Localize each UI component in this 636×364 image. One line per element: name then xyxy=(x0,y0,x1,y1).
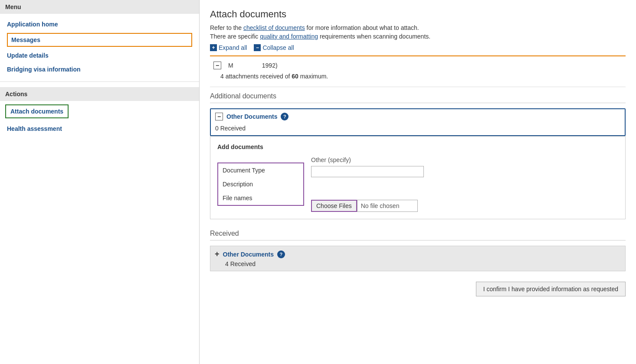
received-count: 4 Received xyxy=(215,260,621,267)
sidebar-item-messages-wrapper: Messages xyxy=(0,31,199,49)
add-docs-form: Add documents Document Type Description … xyxy=(210,136,626,219)
sidebar-item-bridging-visa[interactable]: Bridging visa information xyxy=(0,62,199,76)
sidebar-item-health-assessment[interactable]: Health assessment xyxy=(0,122,199,136)
person-collapse-button[interactable]: − xyxy=(213,62,221,69)
form-labels-col: Document Type Description File names xyxy=(217,162,304,206)
other-docs-title: Other Documents xyxy=(226,113,277,120)
sidebar-item-attach-documents[interactable]: Attach documents xyxy=(5,104,69,118)
attachments-count: 4 attachments received of 60 maximum. xyxy=(210,73,626,80)
person-row: − M 1992) xyxy=(210,60,626,71)
confirm-button[interactable]: I confirm I have provided information as… xyxy=(476,282,626,296)
choose-files-button[interactable]: Choose Files xyxy=(311,200,357,212)
other-docs-wrapper: ➡ − Other Documents ? 0 Received Add doc… xyxy=(210,108,626,219)
other-specify-group: Other (specify) xyxy=(311,156,618,177)
doc-type-label: Document Type xyxy=(223,167,299,174)
bottom-bar: I confirm I have provided information as… xyxy=(210,282,626,305)
quality-formatting-link[interactable]: quality and formatting xyxy=(260,33,318,40)
expand-icon: + xyxy=(210,44,217,51)
other-docs-row: − Other Documents ? 0 Received xyxy=(210,108,626,136)
other-docs-header: − Other Documents ? xyxy=(211,109,625,124)
add-docs-title: Add documents xyxy=(217,143,618,150)
other-docs-collapse-button[interactable]: − xyxy=(215,113,223,120)
no-file-label: No file chosen xyxy=(357,200,418,212)
form-fields-col: Other (specify) Choose Files No file cho… xyxy=(311,156,618,212)
received-doc-header: + Other Documents ? xyxy=(215,250,621,259)
sidebar-menu-header: Menu xyxy=(0,0,199,14)
sidebar-item-application-home[interactable]: Application home xyxy=(0,17,199,31)
intro-line2: There are specific quality and formattin… xyxy=(210,33,626,40)
collapse-all-link[interactable]: − Collapse all xyxy=(254,44,294,51)
additional-docs-header: Additional documents xyxy=(210,92,626,103)
expand-collapse-bar: + Expand all − Collapse all xyxy=(210,44,626,51)
person-section: − M 1992) 4 attachments received of 60 m… xyxy=(210,55,626,80)
sidebar-actions-header: Actions xyxy=(0,87,199,101)
sidebar: Menu Application home Messages Update de… xyxy=(0,0,200,364)
file-names-label: File names xyxy=(223,195,299,202)
other-docs-help-icon[interactable]: ? xyxy=(281,113,288,120)
received-section: Received + Other Documents ? 4 Received xyxy=(210,230,626,271)
person-name: M 1992) xyxy=(228,62,278,69)
received-doc-title: Other Documents xyxy=(223,251,274,258)
received-header: Received xyxy=(210,230,626,240)
sidebar-item-update-details[interactable]: Update details xyxy=(0,49,199,62)
other-specify-input[interactable] xyxy=(311,166,424,177)
sidebar-item-messages[interactable]: Messages xyxy=(7,33,192,47)
description-label: Description xyxy=(223,181,299,188)
file-input-wrapper: Choose Files No file chosen xyxy=(311,200,618,212)
received-help-icon[interactable]: ? xyxy=(277,250,285,258)
received-doc-row: + Other Documents ? 4 Received xyxy=(210,246,626,271)
additional-docs-section: Additional documents ➡ − Other Documents… xyxy=(210,92,626,219)
page-title: Attach documents xyxy=(210,9,626,20)
other-docs-received-count: 0 Received xyxy=(211,124,625,135)
document-form: Document Type Description File names Oth… xyxy=(217,156,618,212)
other-specify-label: Other (specify) xyxy=(311,156,618,163)
main-content: Attach documents Refer to the checklist … xyxy=(200,0,636,364)
expand-all-link[interactable]: + Expand all xyxy=(210,44,247,51)
intro-line1: Refer to the checklist of documents for … xyxy=(210,24,626,31)
collapse-icon: − xyxy=(254,44,261,51)
received-expand-button[interactable]: + xyxy=(215,250,220,259)
checklist-link[interactable]: checklist of documents xyxy=(243,24,305,31)
